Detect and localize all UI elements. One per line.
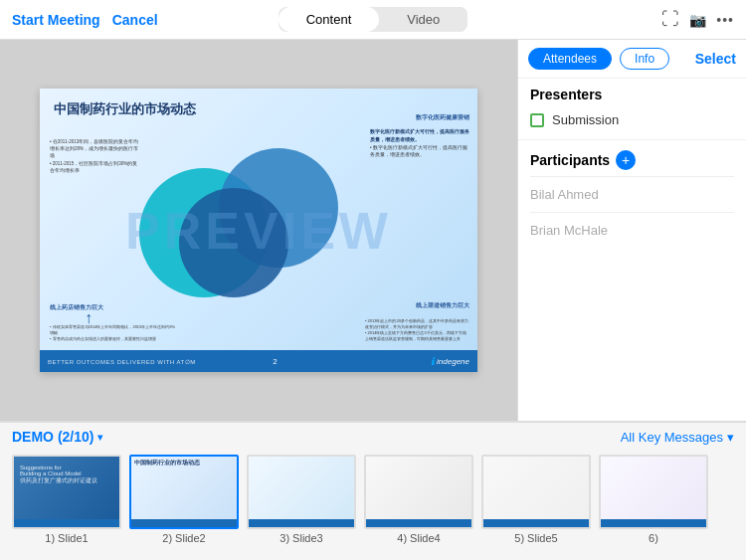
slide-bullet-right: 数字化医疗新模式扩大可行性，提高医疗服务质量，增进患者绩效。 • 数字化医疗新模…	[370, 128, 469, 159]
thumb-img-2: 中国制药行业的市场动态	[129, 455, 239, 529]
slide-title: 中国制药行业的市场动态	[54, 100, 196, 118]
presenters-section: Presenters Submission	[518, 79, 746, 139]
indegene-logo: 𝒊 indegene	[432, 355, 469, 368]
slide-content: 中国制药行业的市场动态 PREVIEW 数字化医药健康营销 数字化医疗新模式扩大…	[40, 89, 477, 372]
tab-video[interactable]: Video	[379, 7, 467, 32]
cancel-button[interactable]: Cancel	[112, 12, 158, 28]
slide-bottom-left-title: 线上药店销售力巨大	[50, 303, 103, 312]
thumbnail-1[interactable]: Suggestions forBuilding a Cloud Model供药及…	[12, 455, 121, 544]
top-bar: Start Meeting Cancel Content Video ⛶ 📷 •…	[0, 0, 746, 40]
chevron-down-icon: ▾	[97, 432, 102, 443]
thumb-label-1: 1) Slide1	[45, 532, 88, 544]
right-panel: Attendees Info Select Presenters Submiss…	[517, 40, 746, 421]
right-panel-tabs: Attendees Info Select	[518, 40, 746, 79]
thumb-img-3	[247, 455, 356, 529]
arrow-icon: ↑	[85, 309, 93, 327]
thumb-content-2: 中国制药行业的市场动态	[131, 457, 237, 527]
logo-icon: 𝒊	[432, 355, 435, 368]
thumbnails: Suggestions forBuilding a Cloud Model供药及…	[0, 451, 746, 548]
slide-bullet-left: • 在2011-2013年间，县级医院的复合年均增长率达到28%，成为增长最快的…	[50, 138, 139, 174]
thumb-label-5: 5) Slide5	[514, 532, 557, 544]
participant-row-2: Brian McHale	[530, 212, 734, 248]
thumb-img-5	[481, 455, 591, 529]
left-actions: Start Meeting Cancel	[12, 12, 279, 28]
participants-title: Participants	[530, 152, 610, 168]
strip-header: DEMO (2/10) ▾ All Key Messages ▾	[0, 423, 746, 451]
presenter-name: Submission	[552, 112, 619, 127]
thumbnail-5[interactable]: 5) Slide5	[481, 455, 591, 544]
thumb-content-3	[249, 457, 354, 527]
thumb-bottom-6	[601, 519, 706, 527]
thumb-label-2: 2) Slide2	[162, 532, 205, 544]
all-key-messages-button[interactable]: All Key Messages ▾	[621, 430, 734, 445]
presenters-title: Presenters	[530, 87, 734, 102]
logo-text: indegene	[437, 357, 469, 366]
tab-attendees[interactable]: Attendees	[528, 48, 612, 70]
thumbnail-3[interactable]: 3) Slide3	[247, 455, 356, 544]
slide-bullet-bottom-right: • 2013年起上市的20多个创新药品，这其中许多药品有潜力改变治疗模式，并为为…	[365, 318, 469, 342]
thumbnail-2[interactable]: 中国制药行业的市场动态 2) Slide2	[129, 455, 239, 544]
demo-label-button[interactable]: DEMO (2/10) ▾	[12, 429, 102, 445]
all-key-messages-label: All Key Messages	[621, 430, 723, 445]
add-participant-button[interactable]: +	[616, 150, 636, 170]
thumb-bottom-4	[366, 519, 471, 527]
slide-bottom-bar: BETTER OUTCOMES DELIVERED WITH AT∅M 2 𝒊 …	[40, 350, 477, 372]
fullscreen-button[interactable]: ⛶	[661, 9, 679, 30]
bottom-text: BETTER OUTCOMES DELIVERED WITH AT∅M	[48, 358, 196, 365]
thumb-label-6: 6)	[649, 532, 658, 544]
thumb-bottom-3	[249, 519, 354, 527]
slide-bottom-right-title: 线上渠道销售力巨大	[416, 301, 469, 310]
thumb-content-1: Suggestions forBuilding a Cloud Model供药及…	[14, 457, 119, 527]
thumb-content-4	[366, 457, 471, 527]
center-tabs: Content Video	[279, 7, 468, 32]
right-actions: ⛶ 📷 •••	[467, 9, 734, 30]
slide-preview: 中国制药行业的市场动态 PREVIEW 数字化医药健康营销 数字化医疗新模式扩大…	[40, 89, 477, 372]
thumb-content-5	[483, 457, 589, 527]
bottom-strip: DEMO (2/10) ▾ All Key Messages ▾ Suggest…	[0, 421, 746, 560]
tab-info[interactable]: Info	[620, 48, 669, 70]
select-button[interactable]: Select	[695, 51, 736, 67]
more-button[interactable]: •••	[716, 12, 734, 28]
slide-number: 2	[273, 357, 277, 366]
thumb-img-1: Suggestions forBuilding a Cloud Model供药及…	[12, 455, 121, 529]
thumb-bottom-1	[14, 519, 119, 527]
thumb-img-4	[364, 455, 473, 529]
slide-area: 中国制药行业的市场动态 PREVIEW 数字化医药健康营销 数字化医疗新模式扩大…	[0, 40, 517, 421]
slide-right-section-title: 数字化医药健康营销	[416, 113, 469, 122]
video-cam-button[interactable]: 📷	[689, 12, 706, 28]
presenter-icon	[530, 113, 544, 127]
presenter-item: Submission	[530, 108, 734, 131]
thumb-content-6	[601, 457, 706, 527]
thumb-bottom-2	[131, 519, 237, 527]
participants-header: Participants +	[530, 150, 734, 170]
participant-row-1: Bilal Ahmed	[530, 176, 734, 212]
tab-content[interactable]: Content	[279, 7, 380, 32]
thumbnail-6[interactable]: 6)	[599, 455, 708, 544]
shape-dark	[179, 188, 288, 297]
thumb-bottom-5	[483, 519, 589, 527]
thumbnail-4[interactable]: 4) Slide4	[364, 455, 473, 544]
slide-bullet-bottom-left: • 传统实体零售渠道与2014年上半年同期相比，2015年上半年达到约9%增幅 …	[50, 324, 179, 342]
all-key-chevron-icon: ▾	[727, 430, 734, 445]
demo-label: DEMO (2/10)	[12, 429, 93, 445]
thumb-img-6	[599, 455, 708, 529]
participants-section: Participants + Bilal Ahmed Brian McHale	[518, 139, 746, 256]
thumb-label-3: 3) Slide3	[280, 532, 322, 544]
start-meeting-button[interactable]: Start Meeting	[12, 12, 100, 28]
main-area: 中国制药行业的市场动态 PREVIEW 数字化医药健康营销 数字化医疗新模式扩大…	[0, 40, 746, 421]
thumb-label-4: 4) Slide4	[397, 532, 440, 544]
